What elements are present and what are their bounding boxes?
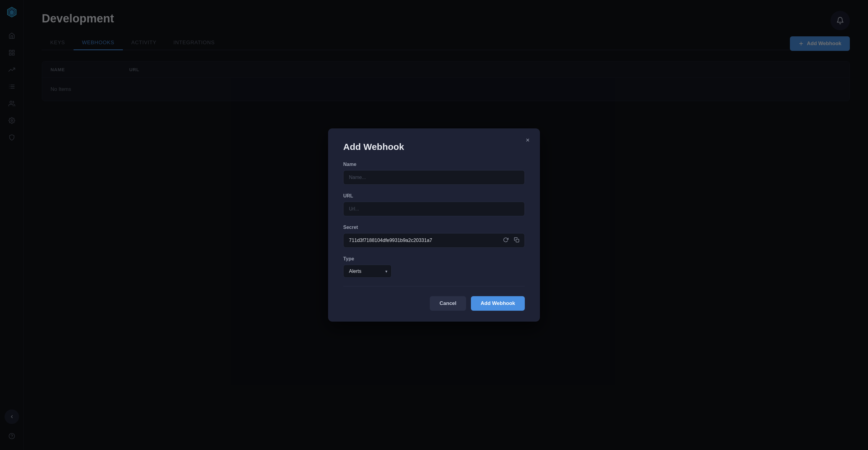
secret-field-group: Secret (343, 225, 525, 248)
modal-close-button[interactable]: × (523, 134, 533, 146)
name-field-group: Name (343, 162, 525, 185)
modal-footer: Cancel Add Webhook (343, 286, 525, 322)
url-label: URL (343, 193, 525, 199)
type-field-group: Type Alerts Events All ▾ (343, 256, 525, 278)
type-select-wrapper: Alerts Events All ▾ (343, 265, 392, 278)
copy-icon (514, 237, 519, 243)
modal-title: Add Webhook (343, 142, 525, 152)
regenerate-icon (503, 237, 508, 243)
modal-overlay[interactable]: × Add Webhook Name URL Secret (0, 0, 868, 450)
secret-input[interactable] (343, 233, 525, 248)
secret-regenerate-button[interactable] (502, 236, 510, 245)
url-input[interactable] (343, 202, 525, 216)
name-input[interactable] (343, 170, 525, 185)
type-select[interactable]: Alerts Events All (343, 265, 392, 278)
modal-add-webhook-button[interactable]: Add Webhook (471, 296, 525, 311)
secret-copy-button[interactable] (513, 236, 521, 245)
svg-rect-16 (516, 239, 519, 242)
secret-label: Secret (343, 225, 525, 230)
type-label: Type (343, 256, 525, 262)
cancel-button[interactable]: Cancel (430, 296, 466, 311)
add-webhook-modal: × Add Webhook Name URL Secret (328, 128, 540, 322)
name-label: Name (343, 162, 525, 167)
secret-actions (502, 236, 521, 245)
url-field-group: URL (343, 193, 525, 216)
secret-wrapper (343, 233, 525, 248)
